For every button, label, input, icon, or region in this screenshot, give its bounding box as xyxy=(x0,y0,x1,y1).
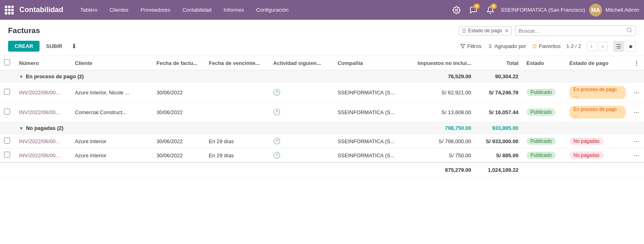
row-check[interactable] xyxy=(0,148,15,163)
row-total: S/ 16,057.44 xyxy=(475,102,523,122)
svg-marker-3 xyxy=(461,44,465,48)
filter-tag-close[interactable]: ✕ xyxy=(504,28,509,34)
subir-button[interactable]: SUBIR xyxy=(43,41,65,52)
menu-informes[interactable]: Informes xyxy=(218,4,250,15)
brand-title[interactable]: Contabilidad xyxy=(19,6,63,14)
topnav-right: 4 4 SSEINFORMATICA (San Francisco) MA Mi… xyxy=(450,4,639,17)
row-compania: SSEINFORMATICA (S... xyxy=(333,134,406,148)
estado-pago-badge: No pagadas xyxy=(569,138,604,145)
th-cliente[interactable]: Cliente xyxy=(71,56,152,71)
menu-configuracion[interactable]: Configuración xyxy=(250,4,294,15)
row-checkbox[interactable] xyxy=(4,138,10,144)
topnav: Contabilidad Tablero Clientes Proveedore… xyxy=(0,0,644,20)
row-estado-pago: No pagadas xyxy=(565,148,630,163)
group-name: En proceso de pago (2) xyxy=(26,73,84,79)
action-bar: CREAR SUBIR ⬇ Filtros Agrupado por Favor… xyxy=(0,39,644,56)
menu-proveedores[interactable]: Proveedores xyxy=(135,4,176,15)
row-total: S/ 933,000.00 xyxy=(475,134,523,148)
chat-badge: 4 xyxy=(473,4,480,9)
row-numero[interactable]: INV/2022/06/00... xyxy=(15,134,71,148)
th-vencim[interactable]: Fecha de vencimie... xyxy=(205,56,269,71)
search-input[interactable] xyxy=(519,28,626,34)
select-all-checkbox[interactable] xyxy=(4,59,10,65)
download-button[interactable]: ⬇ xyxy=(69,42,79,51)
table-row[interactable]: INV/2022/06/00... Azure Interior 30/06/2… xyxy=(0,134,644,148)
prev-page-button[interactable]: ‹ xyxy=(587,42,596,51)
row-fecha: 30/06/2022 xyxy=(152,102,205,122)
search-input-wrap[interactable] xyxy=(515,25,636,36)
row-actividad[interactable]: 🕐 xyxy=(269,134,333,148)
th-estado[interactable]: Estado xyxy=(523,56,565,71)
filtros-button[interactable]: Filtros xyxy=(460,43,481,49)
row-actividad[interactable]: 🕐 xyxy=(269,83,333,102)
table-row[interactable]: INV/2022/06/00... Azure Interior 30/06/2… xyxy=(0,148,644,163)
activity-clock-icon: 🕐 xyxy=(273,138,281,144)
th-compania[interactable]: Compañía xyxy=(333,56,406,71)
row-numero[interactable]: INV/2022/06/00... xyxy=(15,148,71,163)
row-cliente[interactable]: Comercial Construct... xyxy=(71,102,152,122)
row-check[interactable] xyxy=(0,102,15,122)
th-total[interactable]: Total xyxy=(475,56,523,71)
user-menu[interactable]: MA Mitchell Admin xyxy=(589,4,639,17)
row-actividad[interactable]: 🕐 xyxy=(269,102,333,122)
group-row[interactable]: ▼ En proceso de pago (2) 76,529.00 90,30… xyxy=(0,70,644,83)
row-check[interactable] xyxy=(0,83,15,102)
footer-label xyxy=(15,163,406,177)
row-more-btn[interactable]: ⋯ xyxy=(630,134,644,148)
group-check xyxy=(0,122,15,134)
table-row[interactable]: INV/2022/06/00... Comercial Construct...… xyxy=(0,102,644,122)
row-cliente[interactable]: Azure Interior xyxy=(71,134,152,148)
group-label-cell[interactable]: ▼ En proceso de pago (2) xyxy=(15,70,406,83)
table-footer-row: 875,279.00 1,024,189.22 xyxy=(0,163,644,177)
group-row[interactable]: ▼ No pagadas (2) 798,750.00 933,885.00 xyxy=(0,122,644,134)
company-name: SSEINFORMATICA (San Francisco) xyxy=(501,7,585,13)
row-check[interactable] xyxy=(0,134,15,148)
favoritos-button[interactable]: Favoritos xyxy=(532,43,561,49)
group-label-cell[interactable]: ▼ No pagadas (2) xyxy=(15,122,406,134)
search-area: ☰ Estado de pago ✕ xyxy=(459,25,636,36)
search-icon[interactable] xyxy=(626,27,632,34)
th-impuestos[interactable]: Impuestos no inclui... xyxy=(406,56,475,71)
menu-contabilidad[interactable]: Contabilidad xyxy=(177,4,217,15)
th-fecha[interactable]: Fecha de factu... xyxy=(152,56,205,71)
next-page-button[interactable]: › xyxy=(598,42,608,51)
table-row[interactable]: INV/2022/06/00... Azure Interior, Nicole… xyxy=(0,83,644,102)
row-actividad[interactable]: 🕐 xyxy=(269,148,333,163)
row-estado-pago: No pagadas xyxy=(565,134,630,148)
row-fecha: 30/06/2022 xyxy=(152,83,205,102)
menu-clientes[interactable]: Clientes xyxy=(104,4,134,15)
notification-icon-btn[interactable]: 4 xyxy=(484,4,497,17)
th-numero[interactable]: Número xyxy=(15,56,71,71)
filter-controls: Filtros Agrupado por Favoritos 1-2 / 2 ‹… xyxy=(460,41,636,52)
row-checkbox[interactable] xyxy=(4,89,10,95)
row-more-btn[interactable]: ⋯ xyxy=(630,148,644,163)
row-more-btn[interactable]: ⋯ xyxy=(630,102,644,122)
crear-button[interactable]: CREAR xyxy=(8,41,40,52)
group-check xyxy=(0,70,15,83)
notification-badge: 4 xyxy=(490,4,497,9)
row-numero[interactable]: INV/2022/06/00... xyxy=(15,102,71,122)
row-cliente[interactable]: Azure Interior xyxy=(71,148,152,163)
row-numero[interactable]: INV/2022/06/00... xyxy=(15,83,71,102)
chat-icon-btn[interactable]: 4 xyxy=(467,4,480,17)
grid-view-button[interactable]: ■ xyxy=(625,41,636,52)
row-more-btn[interactable]: ⋯ xyxy=(630,83,644,102)
row-total: S/ 74,246.78 xyxy=(475,83,523,102)
svg-marker-10 xyxy=(532,44,537,48)
agrupado-button[interactable]: Agrupado por xyxy=(487,43,526,49)
group-empty xyxy=(523,122,644,134)
apps-icon[interactable] xyxy=(5,6,14,15)
menu-tablero[interactable]: Tablero xyxy=(75,4,103,15)
row-total: S/ 885.00 xyxy=(475,148,523,163)
row-checkbox[interactable] xyxy=(4,152,10,158)
row-checkbox[interactable] xyxy=(4,108,10,115)
row-cliente[interactable]: Azure Interior, Nicole ... xyxy=(71,83,152,102)
table-body: ▼ En proceso de pago (2) 76,529.00 90,30… xyxy=(0,70,644,177)
row-impuestos: S/ 13,608.00 xyxy=(406,102,475,122)
th-actividad[interactable]: Actividad siguien... xyxy=(269,56,333,71)
estado-badge: Publicado xyxy=(527,152,556,159)
row-estado: Publicado xyxy=(523,134,565,148)
settings-icon-btn[interactable] xyxy=(450,4,463,17)
list-view-button[interactable]: ☰ xyxy=(613,41,624,52)
th-estado-pago[interactable]: Estado de pago xyxy=(565,56,630,71)
